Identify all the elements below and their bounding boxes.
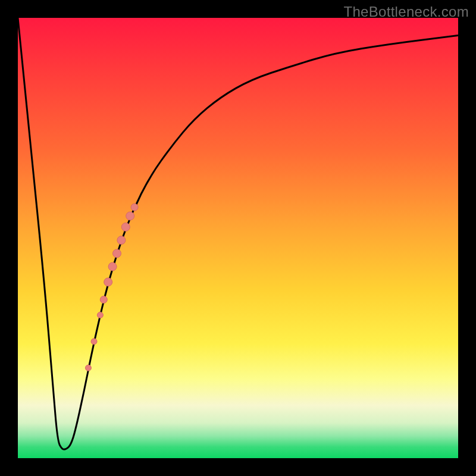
- curve-marker: [104, 278, 112, 286]
- curve-marker: [117, 236, 126, 245]
- bottleneck-curve: [18, 18, 458, 449]
- curve-marker: [100, 296, 107, 303]
- curve-marker: [113, 249, 121, 258]
- curve-marker: [91, 339, 97, 345]
- curve-marker: [85, 365, 91, 371]
- curve-layer: [18, 18, 458, 458]
- chart-frame: TheBottleneck.com: [0, 0, 476, 476]
- curve-marker: [131, 203, 138, 211]
- curve-marker: [97, 312, 103, 318]
- curve-marker: [126, 212, 134, 220]
- curve-marker: [108, 262, 117, 271]
- plot-area: [18, 18, 458, 458]
- curve-marker: [121, 223, 130, 231]
- watermark-text: TheBottleneck.com: [343, 4, 469, 20]
